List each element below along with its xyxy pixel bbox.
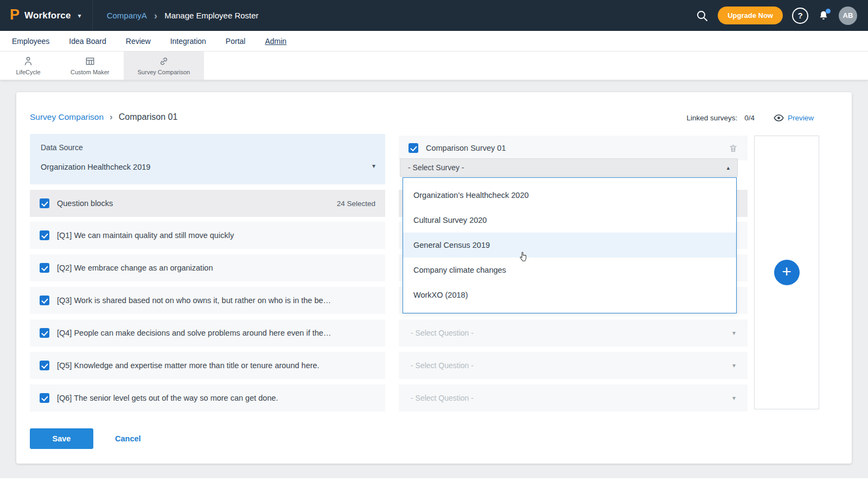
select-question-placeholder: - Select Question - (411, 361, 474, 370)
survey-options-list: Organization’s Healthcheck 2020 Cultural… (403, 177, 737, 313)
question-checkbox[interactable] (40, 393, 49, 403)
tool-lifecycle[interactable]: LifeCycle (0, 52, 56, 80)
app-switcher[interactable]: P Workforce ▾ (0, 0, 93, 31)
topbar-actions: Upgrade Now ? AB (695, 7, 868, 25)
question-label: [Q6] The senior level gets out of the wa… (57, 394, 278, 402)
breadcrumb: Survey Comparison › Comparison 01 (30, 112, 177, 123)
question-checkbox[interactable] (40, 230, 49, 240)
eye-icon (774, 113, 784, 123)
question-row: [Q5] Knowledge and expertise matter more… (30, 352, 385, 379)
chevron-down-icon: ▾ (372, 162, 375, 170)
search-button[interactable] (695, 9, 709, 22)
question-row: [Q6] The senior level gets out of the wa… (30, 384, 385, 412)
product-name: Workforce (24, 10, 71, 21)
search-icon (695, 9, 709, 22)
plus-icon: + (782, 264, 792, 280)
chevron-down-icon: ▾ (732, 362, 736, 369)
select-question-dropdown[interactable]: - Select Question - ▾ (399, 384, 748, 412)
linked-surveys-count: 0/4 (744, 114, 755, 122)
data-source-label: Data Source (41, 143, 83, 152)
question-checkbox[interactable] (40, 296, 49, 305)
question-label: [Q2] We embrace change as an organizatio… (57, 264, 213, 272)
selected-count: 24 Selected (337, 200, 375, 208)
question-row: [Q4] People can make decisions and solve… (30, 319, 385, 346)
save-button[interactable]: Save (30, 428, 93, 449)
question-blocks-row: Question blocks 24 Selected (30, 190, 385, 217)
linked-surveys-label: Linked surveys: (686, 114, 737, 122)
breadcrumb-page-title: Manage Employee Roster (164, 11, 258, 20)
question-row: [Q3] Work is shared based not on who own… (30, 287, 385, 314)
comparison-survey-title: Comparison Survey 01 (426, 144, 506, 152)
notification-dot (826, 9, 831, 14)
preview-button[interactable]: Preview (774, 113, 814, 123)
tool-custom-maker[interactable]: Custom Maker (56, 52, 124, 80)
help-icon: ? (797, 11, 802, 20)
nav-item-portal[interactable]: Portal (226, 37, 246, 46)
question-label: [Q3] Work is shared based not on who own… (57, 296, 331, 305)
chevron-down-icon: ▾ (732, 329, 736, 337)
nav-item-review[interactable]: Review (126, 37, 151, 46)
data-source-select[interactable]: Data Source Organization Healthcheck 201… (30, 134, 385, 184)
question-blocks-checkbox[interactable] (40, 198, 49, 208)
survey-option[interactable]: Company climate changes (403, 258, 736, 282)
comparison-survey-header: Comparison Survey 01 (399, 136, 748, 160)
chevron-up-icon: ▴ (726, 164, 730, 171)
select-survey-dropdown[interactable]: - Select Survey - ▴ (400, 158, 738, 177)
top-navbar: P Workforce ▾ CompanyA › Manage Employee… (0, 0, 868, 31)
add-comparison-panel: + (754, 136, 819, 409)
question-label: [Q4] People can make decisions and solve… (57, 329, 331, 337)
nav-item-integration[interactable]: Integration (170, 37, 206, 46)
select-survey-placeholder: - Select Survey - (408, 163, 464, 172)
select-question-placeholder: - Select Question - (411, 394, 474, 402)
breadcrumb-survey-comparison-link[interactable]: Survey Comparison (30, 112, 104, 122)
survey-option-highlighted[interactable]: General Census 2019 (403, 233, 736, 258)
chevron-right-icon: › (154, 10, 157, 21)
avatar[interactable]: AB (839, 7, 857, 25)
chevron-right-icon: › (110, 112, 113, 123)
delete-comparison-button[interactable] (729, 144, 738, 153)
select-question-placeholder: - Select Question - (411, 329, 474, 337)
select-question-dropdown[interactable]: - Select Question - ▾ (399, 319, 748, 346)
select-question-dropdown[interactable]: - Select Question - ▾ (399, 352, 748, 379)
survey-option[interactable]: Cultural Survey 2020 (403, 208, 736, 233)
survey-option[interactable]: Organization’s Healthcheck 2020 (403, 183, 736, 208)
tool-survey-comparison[interactable]: Survey Comparison (124, 52, 205, 80)
mouse-cursor-hand (518, 251, 530, 264)
question-row: [Q2] We embrace change as an organizatio… (30, 254, 385, 281)
primary-nav: Employees Idea Board Review Integration … (0, 31, 868, 52)
question-checkbox[interactable] (40, 263, 49, 273)
tool-label: Custom Maker (71, 69, 110, 75)
breadcrumb-company-link[interactable]: CompanyA (107, 11, 147, 20)
question-label: [Q1] We can maintain quality and still m… (57, 231, 234, 240)
tool-label: Survey Comparison (138, 69, 190, 75)
question-checkbox[interactable] (40, 328, 49, 338)
topbar-breadcrumb: CompanyA › Manage Employee Roster (107, 10, 259, 21)
survey-comparison-card: Survey Comparison › Comparison 01 Linked… (16, 92, 852, 464)
question-label: [Q5] Knowledge and expertise matter more… (57, 361, 320, 370)
breadcrumb-current: Comparison 01 (119, 112, 178, 122)
survey-option[interactable]: WorkXO (2018) (403, 282, 736, 307)
question-checkbox[interactable] (40, 361, 49, 370)
custom-maker-icon (85, 56, 95, 67)
preview-label: Preview (788, 114, 814, 122)
app-logo-icon: P (10, 8, 20, 22)
nav-item-employees[interactable]: Employees (12, 37, 49, 46)
nav-item-admin[interactable]: Admin (265, 37, 286, 46)
admin-toolbar: LifeCycle Custom Maker Survey Comparison (0, 52, 868, 80)
nav-item-idea-board[interactable]: Idea Board (69, 37, 106, 46)
question-blocks-label: Question blocks (57, 199, 113, 208)
upgrade-now-button[interactable]: Upgrade Now (718, 7, 783, 24)
page-footer-strip (0, 478, 868, 488)
survey-comparison-icon (158, 56, 169, 67)
data-source-value: Organization Healthcheck 2019 (41, 163, 150, 171)
tool-label: LifeCycle (16, 69, 40, 75)
linked-surveys-cluster: Linked surveys: 0/4 Preview (686, 113, 814, 123)
trash-icon (729, 144, 738, 153)
add-comparison-button[interactable]: + (774, 260, 800, 285)
question-row: [Q1] We can maintain quality and still m… (30, 222, 385, 249)
help-button[interactable]: ? (792, 8, 808, 24)
comparison-survey-checkbox[interactable] (409, 143, 418, 153)
notifications-button[interactable] (818, 10, 829, 22)
chevron-down-icon: ▾ (732, 394, 736, 402)
cancel-button[interactable]: Cancel (115, 428, 141, 449)
